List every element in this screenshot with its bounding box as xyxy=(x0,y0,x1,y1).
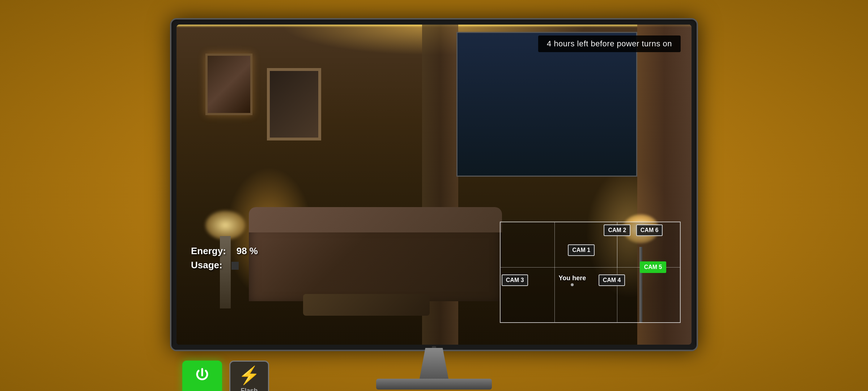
usage-indicator xyxy=(231,262,239,270)
monitor-stand-base xyxy=(376,379,492,390)
painting-center xyxy=(267,68,321,140)
usage-row: Usage: xyxy=(191,258,258,272)
power-button[interactable]: Power xyxy=(182,361,222,391)
energy-info: Energy: 98 % Usage: xyxy=(191,244,258,272)
flash-icon: ⚡ xyxy=(238,367,260,384)
flash-button[interactable]: ⚡ Flash xyxy=(229,361,269,391)
cam1-button[interactable]: CAM 1 xyxy=(568,244,595,256)
lamp-left-shade xyxy=(205,211,245,240)
power-icon xyxy=(193,366,212,385)
window-area xyxy=(456,32,637,177)
cam6-label: CAM 6 xyxy=(641,227,659,233)
you-here-label: You here xyxy=(559,274,586,286)
you-here-dot xyxy=(571,283,574,286)
energy-label: Energy: xyxy=(191,245,226,256)
power-button-label: Power xyxy=(192,388,212,391)
screen: 4 hours left before power turns on Energ… xyxy=(176,25,692,345)
cam4-label: CAM 4 xyxy=(603,277,621,283)
painting-left xyxy=(205,54,252,115)
cam3-label: CAM 3 xyxy=(506,277,524,283)
energy-row: Energy: 98 % xyxy=(191,244,258,258)
cam5-button[interactable]: CAM 5 xyxy=(640,261,667,273)
flash-button-label: Flash xyxy=(241,387,258,391)
controls-bar: Power ⚡ Flash xyxy=(171,361,280,391)
power-icon-svg xyxy=(193,366,212,385)
cam1-label: CAM 1 xyxy=(572,247,590,253)
cam2-button[interactable]: CAM 2 xyxy=(604,224,631,236)
status-banner: 4 hours left before power turns on xyxy=(538,35,681,52)
cam2-label: CAM 2 xyxy=(608,227,626,233)
monitor-frame: 4 hours left before power turns on Energ… xyxy=(170,18,698,351)
energy-value: 98 % xyxy=(237,245,258,256)
cam6-button[interactable]: CAM 6 xyxy=(636,224,663,236)
camera-map: CAM 1 CAM 2 CAM 3 CAM 4 CAM 5 CAM 6 xyxy=(500,222,681,323)
usage-label: Usage: xyxy=(191,260,222,270)
you-here-text: You here xyxy=(559,274,586,282)
cam4-button[interactable]: CAM 4 xyxy=(599,274,625,286)
cam3-button[interactable]: CAM 3 xyxy=(502,274,528,286)
cam5-label: CAM 5 xyxy=(644,264,662,270)
coffee-table xyxy=(303,294,430,316)
couch xyxy=(249,222,502,301)
couch-back xyxy=(249,207,502,232)
